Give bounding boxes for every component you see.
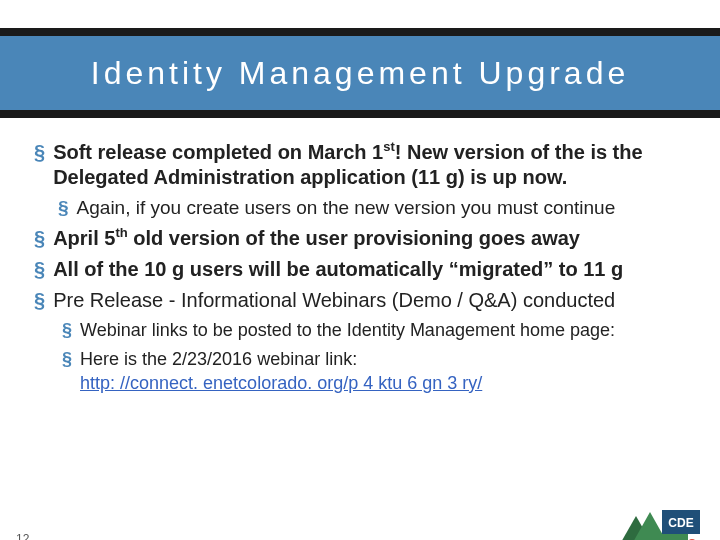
bullet-text: Soft release completed on March 1st! New…: [53, 140, 686, 190]
bullet-mark-icon: §: [58, 196, 69, 220]
cde-co-logo: CDE CO: [612, 500, 702, 540]
bullet-level1: § Pre Release - Informational Webinars (…: [34, 288, 686, 313]
ordinal-suffix: th: [115, 225, 127, 240]
bullet-text: Here is the 2/23/2016 webinar link: http…: [80, 348, 686, 395]
content-area: § Soft release completed on March 1st! N…: [0, 118, 720, 395]
slide-title: Identity Management Upgrade: [91, 55, 629, 92]
bullet-text: Webinar links to be posted to the Identi…: [80, 319, 686, 342]
bullet-level2: § Again, if you create users on the new …: [34, 196, 686, 220]
bullet-level1: § April 5th old version of the user prov…: [34, 226, 686, 251]
title-band: Identity Management Upgrade: [0, 28, 720, 118]
bullet-level1: § All of the 10 g users will be automati…: [34, 257, 686, 282]
text-fragment: Soft release completed on March 1: [53, 141, 383, 163]
bullet-level3: § Webinar links to be posted to the Iden…: [34, 319, 686, 342]
bullet-mark-icon: §: [34, 288, 45, 313]
bullet-text: Again, if you create users on the new ve…: [77, 196, 686, 220]
webinar-link[interactable]: http: //connect. enetcolorado. org/p 4 k…: [80, 373, 482, 393]
bullet-level3: § Here is the 2/23/2016 webinar link: ht…: [34, 348, 686, 395]
bullet-level1: § Soft release completed on March 1st! N…: [34, 140, 686, 190]
bullet-mark-icon: §: [62, 348, 72, 395]
ordinal-suffix: st: [383, 139, 395, 154]
text-fragment: April 5: [53, 227, 115, 249]
bullet-mark-icon: §: [34, 257, 45, 282]
logo-top-text: CDE: [668, 516, 693, 530]
bullet-text: April 5th old version of the user provis…: [53, 226, 686, 251]
slide: Identity Management Upgrade § Soft relea…: [0, 28, 720, 540]
bullet-mark-icon: §: [62, 319, 72, 342]
bullet-mark-icon: §: [34, 226, 45, 251]
text-fragment: Here is the 2/23/2016 webinar link:: [80, 349, 357, 369]
text-fragment: old version of the user provisioning goe…: [128, 227, 580, 249]
bullet-text: Pre Release - Informational Webinars (De…: [53, 288, 686, 313]
logo-svg: CDE CO: [612, 500, 702, 540]
bullet-text: All of the 10 g users will be automatica…: [53, 257, 686, 282]
page-number: 12: [16, 532, 29, 540]
bullet-mark-icon: §: [34, 140, 45, 190]
